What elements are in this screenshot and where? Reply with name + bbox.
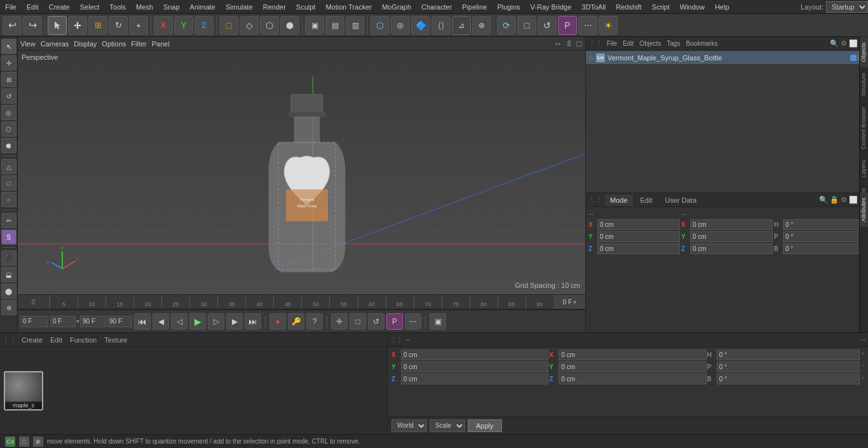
play-btn[interactable]: ▶ (189, 313, 206, 330)
render-settings-btn[interactable]: ☀ (599, 16, 618, 35)
attr-lock-icon[interactable]: 🔒 (830, 196, 839, 204)
space-anim-btn[interactable]: ⟨⟩ (431, 16, 451, 35)
attr-tab-edit[interactable]: Edit (635, 194, 658, 206)
menu-animate[interactable]: Animate (185, 2, 220, 12)
attr-tab-mode[interactable]: Mode (605, 194, 633, 206)
menu-snap[interactable]: Snap (158, 2, 185, 12)
help-btn[interactable]: ? (306, 313, 323, 330)
rot-tool-btn[interactable]: ↺ (368, 313, 384, 330)
vp-icon-3[interactable]: □ (576, 39, 581, 48)
tab-objects[interactable]: Objects (860, 37, 868, 67)
next-frame-btn[interactable]: ▶ (226, 313, 243, 330)
render-anim-btn[interactable]: ▤ (325, 16, 344, 35)
prim-p-btn[interactable]: P (558, 16, 577, 35)
attr-z-pos-input[interactable] (597, 243, 680, 254)
menu-character[interactable]: Character (416, 2, 457, 12)
layout-dropdown[interactable]: Startup (826, 1, 868, 13)
mat-item-maple[interactable]: maple_s (4, 371, 43, 411)
tab-structure[interactable]: Structure (860, 67, 868, 102)
tool-pen[interactable]: ✏ (1, 213, 17, 228)
menu-mograph[interactable]: MoGraph (377, 2, 416, 12)
tool-transform[interactable]: ✛ (1, 55, 17, 71)
tab-layers[interactable]: Layers (860, 154, 868, 182)
frame-range-arrow[interactable]: ▾ (76, 318, 79, 325)
preview-end-input[interactable] (107, 316, 132, 327)
prim-move-btn[interactable]: ⟳ (497, 16, 516, 35)
axis-y-btn[interactable]: Y (174, 16, 193, 35)
axis-z-btn[interactable]: Z (194, 16, 214, 35)
scale-dropdown[interactable]: Scale (430, 419, 465, 432)
coord-h-input[interactable] (717, 350, 860, 360)
tool-scale2[interactable]: ⊞ (1, 72, 17, 87)
tool-rotate2[interactable]: ↺ (1, 88, 17, 104)
mode-move-btn[interactable] (68, 16, 87, 35)
prim-dots-btn[interactable]: ⋯ (578, 16, 597, 35)
prim-rot-btn[interactable]: ↺ (538, 16, 557, 35)
tool-weld[interactable]: ⊕ (1, 300, 17, 315)
menu-redshift[interactable]: Redshift (611, 2, 646, 12)
axis-x-btn[interactable]: X (154, 16, 173, 35)
vp-icon-1[interactable]: ↔ (553, 39, 562, 48)
mode-scale-btn[interactable]: ⊞ (88, 16, 107, 35)
coord-y2-input[interactable] (559, 362, 706, 372)
menu-file[interactable]: File (0, 2, 22, 12)
attr-x-pos-input[interactable] (597, 219, 680, 230)
attr-b-input[interactable] (783, 243, 862, 254)
obj-bookmarks-menu[interactable]: Bookmarks (683, 39, 720, 48)
cinema4d-icon[interactable]: C4 (5, 437, 15, 447)
tool-7[interactable]: △ (1, 159, 17, 174)
coord-p-input[interactable] (717, 362, 860, 372)
coord-y-input[interactable] (401, 362, 548, 372)
edge-btn[interactable]: ⬡ (260, 16, 279, 35)
menu-simulate[interactable]: Simulate (220, 2, 258, 12)
vp-view-menu[interactable]: View (18, 39, 38, 49)
obj-objects-menu[interactable]: Objects (637, 39, 663, 48)
obj-settings-icon[interactable]: ⚙ (841, 39, 847, 48)
tool-paint[interactable]: ⬛ (1, 250, 17, 266)
mat-edit-menu[interactable]: Edit (48, 335, 65, 345)
mat-create-menu[interactable]: Create (19, 335, 45, 345)
space-world-btn[interactable]: ⬡ (370, 16, 390, 35)
timeline-marks-area[interactable]: 5 10 15 20 25 30 35 40 45 50 55 60 65 70 (50, 295, 553, 309)
step-fwd-btn[interactable]: ▷ (208, 313, 224, 330)
redo-btn[interactable]: ↪ (23, 16, 42, 35)
menu-edit[interactable]: Edit (22, 2, 44, 12)
record-btn[interactable]: ● (269, 313, 286, 330)
start-frame-input[interactable] (50, 316, 76, 327)
tool-select[interactable]: ↖ (1, 39, 17, 54)
attr-tab-userdata[interactable]: User Data (660, 194, 702, 206)
prim-scale-btn[interactable]: □ (517, 16, 536, 35)
space-path-btn[interactable]: 🔷 (411, 16, 430, 35)
mat-texture-menu[interactable]: Texture (102, 335, 130, 345)
end-frame-input[interactable] (80, 316, 105, 327)
menu-mesh[interactable]: Mesh (131, 2, 158, 12)
key-btn[interactable]: 🔑 (288, 313, 304, 330)
attr-y-pos-input[interactable] (597, 231, 680, 242)
mode-rotate-btn[interactable]: ↻ (109, 16, 128, 35)
viewport-3d[interactable]: View Cameras Display Options Filter Pane… (18, 37, 585, 294)
obj-edit-menu[interactable]: Edit (620, 39, 636, 48)
mode-poly-btn[interactable]: + (129, 16, 148, 35)
menu-plugins[interactable]: Plugins (492, 2, 525, 12)
menu-pipeline[interactable]: Pipeline (457, 2, 492, 12)
current-frame-input[interactable] (20, 316, 48, 327)
menu-3dtoall[interactable]: 3DToAll (576, 2, 611, 12)
menu-sculpt[interactable]: Sculpt (291, 2, 321, 12)
dots-tool-btn[interactable]: ⋯ (405, 313, 421, 330)
scale-tool-btn[interactable]: □ (349, 313, 366, 330)
tool-8[interactable]: □ (1, 175, 17, 191)
menu-tools[interactable]: Tools (104, 2, 131, 12)
obj-item-bottle[interactable]: ▷ Lo Vermont_Maple_Syrup_Glass_Bottle (586, 51, 868, 65)
tool-6[interactable]: ⬢ (1, 138, 17, 153)
menu-render[interactable]: Render (258, 2, 291, 12)
tab-attributes[interactable]: Attributes (860, 193, 868, 227)
obj-tags-menu[interactable]: Tags (664, 39, 682, 48)
attr-expand-icon[interactable]: ⬜ (849, 196, 858, 204)
tool-9[interactable]: ○ (1, 192, 17, 207)
menu-vray[interactable]: V-Ray Bridge (526, 2, 577, 12)
menu-motion-tracker[interactable]: Motion Tracker (320, 2, 377, 12)
coord-x2-input[interactable] (559, 350, 706, 360)
vp-filter-menu[interactable]: Filter (128, 39, 149, 49)
status-icon-2[interactable]: □ (19, 437, 29, 447)
tool-mirror[interactable]: ⬓ (1, 267, 17, 282)
